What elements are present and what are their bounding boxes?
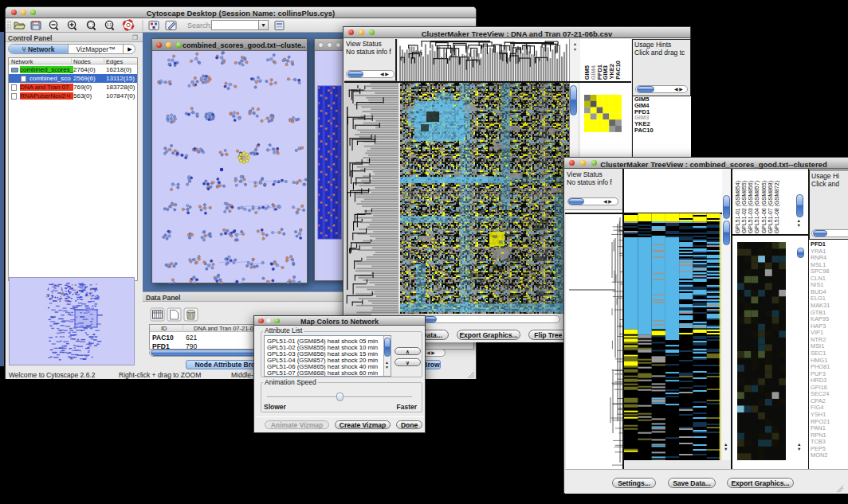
svg-text:1:1: 1:1 [107,23,112,27]
